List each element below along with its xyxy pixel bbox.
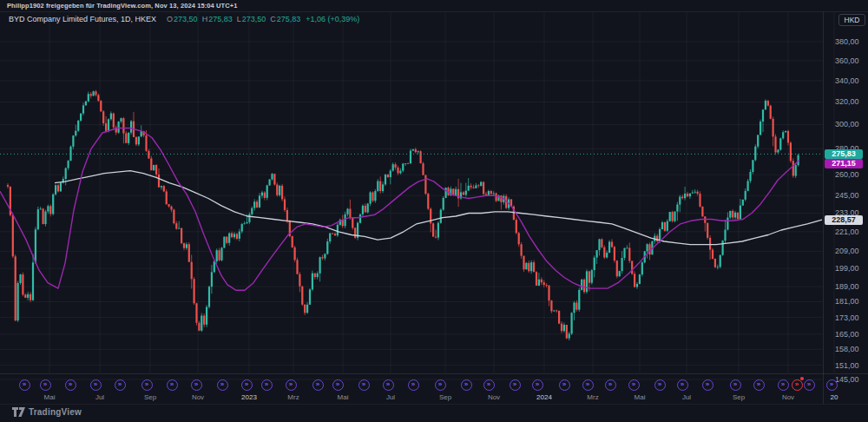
event-marker-icon[interactable]: » [435, 379, 446, 391]
tradingview-logo-icon [12, 407, 25, 417]
symbol-title[interactable]: BYD Company Limited Futures, 1D, HKEX [9, 15, 156, 23]
price-tick: 158,00 [835, 345, 859, 353]
event-marker-icon[interactable]: » [654, 379, 666, 391]
high-value: 275,83 [208, 15, 233, 23]
price-tick: 320,00 [835, 97, 859, 106]
time-label: Nov [479, 393, 509, 401]
event-marker-icon[interactable]: » [40, 379, 51, 391]
price-tick: 380,00 [835, 37, 859, 46]
price-tick: 300,00 [835, 120, 859, 129]
event-marker-icon[interactable]: » [286, 379, 297, 391]
tradingview-logo[interactable]: TradingView [12, 407, 82, 417]
event-marker-icon[interactable]: » [461, 379, 472, 391]
low-value: 273,50 [242, 15, 266, 23]
time-label: Jul [376, 393, 405, 401]
event-marker-icon[interactable]: » [559, 379, 570, 391]
tradingview-chart-widget: Philipp1902 freigegeben für TradingView.… [0, 0, 868, 422]
event-marker-icon[interactable]: » [702, 379, 713, 391]
event-marker-icon[interactable]: » [483, 379, 495, 391]
time-label: 20 [819, 393, 849, 401]
open-value: 273,50 [174, 15, 198, 23]
close-value: 275,83 [277, 15, 301, 23]
event-alert-dot [800, 377, 804, 380]
footer: TradingView [0, 405, 868, 422]
time-label: 2024 [529, 393, 559, 401]
low-label: L [237, 15, 241, 23]
event-marker-icon[interactable]: » [191, 379, 202, 391]
time-label: Sep [135, 393, 165, 401]
time-label: 2023 [234, 393, 264, 401]
time-label: Mai [328, 393, 358, 401]
event-marker-icon[interactable]: » [677, 379, 688, 391]
time-label: Nov [183, 393, 213, 401]
time-label: Mai [625, 393, 654, 401]
attribution-text: Philipp1902 freigegeben für TradingView.… [7, 2, 238, 10]
event-marker-icon[interactable]: » [804, 379, 815, 391]
event-marker-icon[interactable]: » [510, 379, 521, 391]
white-ma-badge: 228,57 [825, 215, 863, 225]
event-marker-icon[interactable]: » [332, 379, 344, 391]
open-label: O [167, 15, 173, 23]
change-value: +1,06 (+0,39%) [306, 15, 359, 23]
event-marker-icon[interactable]: » [532, 379, 543, 391]
event-marker-icon[interactable]: » [65, 379, 76, 391]
time-label: Jul [85, 393, 115, 401]
event-marker-icon[interactable]: » [605, 379, 616, 391]
close-label: C [270, 15, 276, 23]
event-marker-icon[interactable]: » [19, 379, 30, 391]
event-marker-icon[interactable]: » [217, 379, 228, 391]
event-marker-icon[interactable]: » [383, 379, 394, 391]
event-marker-icon[interactable]: » [241, 379, 253, 391]
event-marker-icon[interactable]: » [826, 379, 838, 391]
time-label: Jul [672, 393, 701, 401]
price-tick: 165,00 [835, 330, 859, 339]
time-label: Sep [724, 393, 753, 401]
event-marker-icon[interactable]: » [141, 379, 153, 391]
time-label: Mrz [279, 393, 308, 401]
price-tick: 189,00 [835, 282, 859, 291]
price-tick: 151,00 [835, 361, 859, 370]
price-tick: 173,00 [835, 313, 859, 322]
time-label: Sep [431, 393, 460, 401]
price-tick: 181,00 [835, 297, 859, 306]
price-tick: 199,00 [835, 264, 859, 273]
event-marker-icon[interactable]: » [115, 379, 126, 391]
price-tick: 221,00 [835, 227, 859, 236]
event-marker-icon[interactable]: » [778, 379, 789, 391]
last-price-badge: 275,83 [825, 149, 863, 159]
price-tick: 340,00 [835, 76, 859, 85]
chart-canvas[interactable] [0, 0, 868, 422]
time-label: Mai [35, 393, 64, 401]
event-marker-icon[interactable]: » [90, 379, 102, 391]
event-marker-icon[interactable]: » [628, 379, 640, 391]
event-marker-icon[interactable]: » [792, 379, 803, 391]
event-marker-icon[interactable]: » [167, 379, 178, 391]
price-tick: 245,00 [835, 191, 859, 200]
event-marker-icon[interactable]: » [753, 379, 765, 391]
event-marker-icon[interactable]: » [358, 379, 370, 391]
event-marker-icon[interactable]: » [261, 379, 273, 391]
price-tick: 360,00 [835, 56, 859, 65]
time-label: Mrz [578, 393, 608, 401]
high-label: H [202, 15, 208, 23]
purple-ma-badge: 271,15 [825, 159, 863, 168]
time-label: Nov [773, 393, 803, 401]
attribution-bar: Philipp1902 freigegeben für TradingView.… [0, 0, 868, 12]
event-marker-icon[interactable]: » [730, 379, 741, 391]
tradingview-logo-text: TradingView [29, 407, 82, 417]
event-marker-icon[interactable]: » [582, 379, 594, 391]
price-scale[interactable]: 380,00360,00340,00320,00300,00280,00260,… [823, 0, 868, 422]
price-tick: 260,00 [835, 170, 859, 179]
chart-legend[interactable]: BYD Company Limited Futures, 1D, HKEXO27… [9, 15, 359, 23]
event-marker-icon[interactable]: » [312, 379, 324, 391]
price-tick: 209,00 [835, 247, 859, 255]
event-marker-icon[interactable]: » [408, 379, 419, 391]
time-scale[interactable]: MaiJulSepNov2023MrzMaiJulSepNov2024MrzMa… [0, 373, 868, 405]
